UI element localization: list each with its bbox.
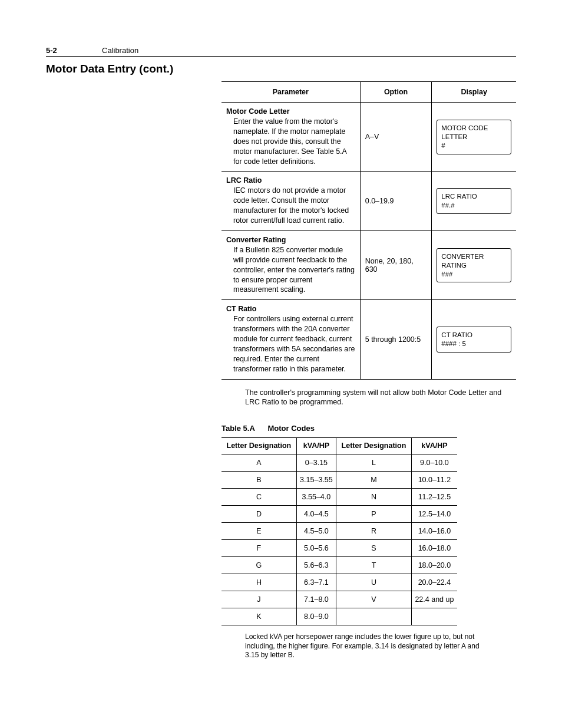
codes-cell: 5.6–6.3	[296, 557, 336, 574]
param-name: Converter Rating	[226, 236, 355, 244]
codes-cell: 12.5–14.0	[411, 506, 457, 523]
codes-cell: 3.55–4.0	[296, 489, 336, 506]
codes-cell: V	[336, 591, 412, 608]
codes-cell: H	[222, 574, 296, 591]
codes-cell: T	[336, 557, 412, 574]
option-cell: 5 through 1200:5	[360, 300, 432, 379]
page: 5-2 Calibration Motor Data Entry (cont.)…	[0, 0, 562, 684]
page-number: 5-2	[46, 46, 102, 55]
codes-cell: K	[222, 608, 296, 625]
col-option: Option	[360, 82, 432, 103]
display-cell: CONVERTER RATING###	[432, 230, 516, 299]
table-row: Converter RatingIf a Bulletin 825 conver…	[222, 230, 516, 299]
codes-col-kva-1: kVA/HP	[296, 438, 336, 454]
display-line2: ##.#	[441, 201, 507, 210]
running-header: 5-2 Calibration	[46, 46, 516, 57]
codes-cell: F	[222, 540, 296, 557]
option-cell: None, 20, 180, 630	[360, 230, 432, 299]
display-box: MOTOR CODE LETTER#	[437, 120, 511, 154]
table-row: G5.6–6.3T18.0–20.0	[222, 557, 457, 574]
param-desc: If a Bulletin 825 converter module will …	[226, 245, 355, 295]
param-cell: Motor Code LetterEnter the value from th…	[222, 103, 360, 172]
note-exclusive: The controller's programming system will…	[245, 388, 516, 408]
codes-cell: U	[336, 574, 412, 591]
display-cell: CT RATIO#### : 5	[432, 300, 516, 379]
display-cell: LRC RATIO##.#	[432, 172, 516, 231]
content-area: Parameter Option Display Motor Code Lett…	[222, 81, 516, 660]
codes-cell: 0–3.15	[296, 454, 336, 472]
codes-cell	[336, 608, 412, 625]
table-row: CT RatioFor controllers using external c…	[222, 300, 516, 379]
codes-col-kva-2: kVA/HP	[411, 438, 457, 454]
codes-cell: P	[336, 506, 412, 523]
codes-caption-title: Motor Codes	[267, 424, 314, 433]
table-row: A0–3.15L9.0–10.0	[222, 454, 457, 472]
codes-cell: 16.0–18.0	[411, 540, 457, 557]
codes-cell: L	[336, 454, 412, 472]
codes-cell: S	[336, 540, 412, 557]
table-row: D4.0–4.5P12.5–14.0	[222, 506, 457, 523]
codes-caption-label: Table 5.A	[222, 424, 255, 433]
option-cell: 0.0–19.9	[360, 172, 432, 231]
table-row: F5.0–5.6S16.0–18.0	[222, 540, 457, 557]
codes-cell: J	[222, 591, 296, 608]
codes-cell: R	[336, 523, 412, 540]
col-display: Display	[432, 82, 516, 103]
codes-col-letter-2: Letter Designation	[336, 438, 412, 454]
display-line1: CONVERTER RATING	[441, 252, 507, 270]
param-name: CT Ratio	[226, 305, 355, 313]
note-kva-range: Locked kVA per horsepower range includes…	[245, 633, 492, 660]
display-box: CT RATIO#### : 5	[437, 327, 511, 353]
codes-cell: M	[336, 472, 412, 489]
codes-cell: 18.0–20.0	[411, 557, 457, 574]
codes-cell: 14.0–16.0	[411, 523, 457, 540]
codes-cell: D	[222, 506, 296, 523]
codes-cell: 5.0–5.6	[296, 540, 336, 557]
table-row: LRC RatioIEC motors do not provide a mot…	[222, 172, 516, 231]
option-cell: A–V	[360, 103, 432, 172]
codes-cell: 6.3–7.1	[296, 574, 336, 591]
display-line1: CT RATIO	[441, 331, 507, 340]
codes-cell	[411, 608, 457, 625]
codes-cell: 9.0–10.0	[411, 454, 457, 472]
parameter-table: Parameter Option Display Motor Code Lett…	[222, 81, 516, 380]
codes-cell: 10.0–11.2	[411, 472, 457, 489]
param-desc: For controllers using external current t…	[226, 314, 355, 374]
codes-cell: 22.4 and up	[411, 591, 457, 608]
codes-col-letter-1: Letter Designation	[222, 438, 296, 454]
display-line2: #	[441, 141, 507, 150]
display-line2: ###	[441, 270, 507, 279]
display-line1: LRC RATIO	[441, 192, 507, 201]
table-row: E4.5–5.0R14.0–16.0	[222, 523, 457, 540]
codes-cell: 8.0–9.0	[296, 608, 336, 625]
table-row: H6.3–7.1U20.0–22.4	[222, 574, 457, 591]
display-line2: #### : 5	[441, 340, 507, 348]
codes-cell: A	[222, 454, 296, 472]
param-cell: CT RatioFor controllers using external c…	[222, 300, 360, 379]
motor-codes-table: Letter Designation kVA/HP Letter Designa…	[222, 437, 457, 625]
param-name: LRC Ratio	[226, 176, 355, 185]
table-row: C3.55–4.0N11.2–12.5	[222, 489, 457, 506]
codes-cell: 20.0–22.4	[411, 574, 457, 591]
display-box: CONVERTER RATING###	[437, 248, 511, 283]
codes-cell: C	[222, 489, 296, 506]
header-section: Calibration	[102, 46, 138, 55]
col-parameter: Parameter	[222, 82, 360, 103]
param-desc: Enter the value from the motor's namepla…	[226, 117, 355, 166]
table-row: Motor Code LetterEnter the value from th…	[222, 103, 516, 172]
param-cell: Converter RatingIf a Bulletin 825 conver…	[222, 230, 360, 299]
display-line1: MOTOR CODE LETTER	[441, 124, 507, 141]
display-cell: MOTOR CODE LETTER#	[432, 103, 516, 172]
codes-cell: G	[222, 557, 296, 574]
table-row: J7.1–8.0V22.4 and up	[222, 591, 457, 608]
codes-cell: 4.5–5.0	[296, 523, 336, 540]
codes-cell: N	[336, 489, 412, 506]
param-desc: IEC motors do not provide a motor code l…	[226, 186, 355, 226]
codes-caption: Table 5.A Motor Codes	[222, 424, 516, 433]
table-row: K8.0–9.0	[222, 608, 457, 625]
display-box: LRC RATIO##.#	[437, 188, 511, 214]
codes-cell: 3.15–3.55	[296, 472, 336, 489]
codes-cell: 4.0–4.5	[296, 506, 336, 523]
param-cell: LRC RatioIEC motors do not provide a mot…	[222, 172, 360, 231]
codes-cell: 7.1–8.0	[296, 591, 336, 608]
